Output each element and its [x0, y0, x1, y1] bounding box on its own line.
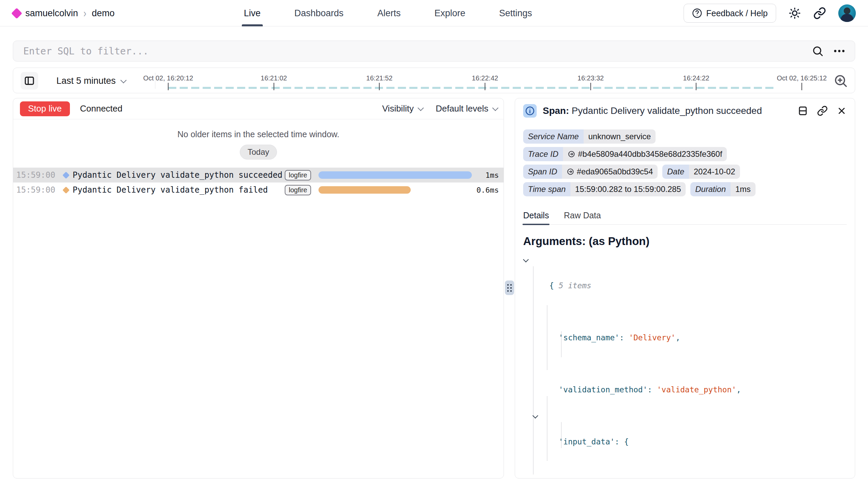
nav-tab-live[interactable]: Live: [244, 0, 261, 26]
dock-panel-button[interactable]: [797, 105, 808, 116]
logfire-logo-icon[interactable]: [11, 8, 22, 19]
link-icon: [568, 150, 575, 158]
breadcrumb-project[interactable]: demo: [92, 8, 115, 19]
chevron-down-icon: [417, 105, 424, 111]
nav-tab-settings[interactable]: Settings: [499, 0, 532, 26]
visibility-dropdown[interactable]: Visibility: [382, 103, 422, 114]
timeline-tick-label: 16:21:02: [261, 74, 287, 82]
timeline-tick-mark: [696, 83, 696, 90]
empty-window-message: No older items in the selected time wind…: [13, 129, 504, 139]
theme-toggle-button[interactable]: [788, 7, 801, 20]
nav-tab-explore[interactable]: Explore: [434, 0, 465, 26]
detail-tab-raw-data[interactable]: Raw Data: [564, 211, 601, 224]
feedback-help-label: Feedback / Help: [706, 8, 768, 18]
search-icon[interactable]: [812, 45, 824, 57]
breadcrumb-org[interactable]: samuelcolvin: [25, 8, 78, 19]
breadcrumb-separator-icon: ›: [83, 7, 87, 20]
span-attribute-row: Trace ID #b4e5809a440dbb3458e68d2335fe36…: [523, 147, 847, 161]
duration-label: 0.6ms: [472, 186, 499, 194]
log-timestamp: 15:59:00: [16, 170, 59, 180]
duration-label: 1ms: [472, 171, 499, 179]
duration-bar-track: [318, 186, 472, 194]
span-attribute-pill: Service Name unknown_service: [523, 129, 656, 144]
nav-tab-label: Alerts: [377, 8, 401, 19]
navbar-right: Feedback / Help: [684, 0, 856, 26]
link-icon: [567, 168, 574, 175]
span-attribute-pill: Trace ID #b4e5809a440dbb3458e68d2335fe36…: [523, 147, 727, 161]
attribute-label: Time span: [523, 182, 570, 196]
share-link-button[interactable]: [813, 7, 826, 20]
span-attribute-row: Span ID #eda9065a0bd39c54 Date 2024-10-0…: [523, 165, 847, 179]
span-attribute-row: Service Name unknown_service: [523, 129, 847, 144]
log-message: Pydantic Delivery validate_python succee…: [73, 170, 282, 180]
nav-tab-alerts[interactable]: Alerts: [377, 0, 401, 26]
detail-tab-details[interactable]: Details: [523, 211, 549, 224]
copy-link-button[interactable]: [817, 105, 828, 116]
time-range-dropdown[interactable]: Last 5 minutes: [50, 68, 132, 94]
span-attribute-row: Time span 15:59:00.282 to 15:59:00.285 D…: [523, 182, 847, 196]
timeline-tick-mark: [801, 83, 802, 90]
feedback-help-button[interactable]: Feedback / Help: [684, 4, 776, 23]
expander-chevron-icon[interactable]: [522, 253, 530, 266]
nav-tab-label: Dashboards: [295, 8, 344, 19]
code-line: 'validation_method': 'validate_python',: [523, 357, 847, 409]
timeline[interactable]: Oct 02, 16:20:12 16:21:02 16:21:52 16:22…: [168, 68, 802, 94]
attribute-value: 15:59:00.282 to 15:59:00.285: [570, 182, 686, 196]
sidebar-toggle-button[interactable]: [21, 72, 38, 90]
chevron-down-icon: [492, 105, 498, 111]
duration-bar: [318, 171, 472, 179]
timeline-tick-label: 16:21:52: [366, 74, 392, 82]
sql-filter-input[interactable]: [13, 41, 812, 61]
nav-tab-dashboards[interactable]: Dashboards: [295, 0, 344, 26]
attribute-label: Trace ID: [523, 147, 563, 161]
nav-tab-label: Explore: [434, 8, 465, 19]
span-attribute-pill: Duration 1ms: [690, 182, 755, 196]
attribute-value: #eda9065a0bd39c54: [562, 165, 658, 179]
log-row[interactable]: 15:59:00 Pydantic Delivery validate_pyth…: [13, 168, 504, 182]
timeline-tick-label: Oct 02, 16:25:12: [777, 74, 827, 82]
level-diamond-icon: [62, 186, 70, 193]
span-detail-pane: Span: Pydantic Delivery validate_python …: [515, 98, 855, 479]
live-pane-header: Stop live Connected Visibility Default l…: [13, 98, 504, 119]
log-row[interactable]: 15:59:00 Pydantic Delivery validate_pyth…: [13, 182, 504, 197]
link-icon: [817, 105, 828, 116]
close-panel-button[interactable]: [837, 106, 847, 116]
attribute-label: Date: [662, 165, 689, 179]
expander-chevron-icon[interactable]: [532, 409, 539, 422]
time-range-label: Last 5 minutes: [56, 76, 116, 86]
chevron-down-icon: [120, 77, 126, 83]
attribute-value: 1ms: [731, 182, 755, 196]
scope-badge: logfire: [285, 170, 311, 180]
timeline-zoom-button[interactable]: [833, 73, 848, 88]
timeline-tick-label: 16:22:42: [472, 74, 498, 82]
span-attribute-pill: Date 2024-10-02: [662, 165, 740, 179]
timeline-tick-label: Oct 02, 16:20:12: [143, 74, 193, 82]
log-rows: 15:59:00 Pydantic Delivery validate_pyth…: [13, 168, 504, 197]
timeline-tick-mark: [168, 83, 169, 90]
more-options-icon[interactable]: [833, 45, 846, 57]
info-icon: [523, 104, 537, 118]
sql-filter-bar: [13, 41, 855, 62]
arguments-heading: Arguments: (as Python): [523, 235, 847, 248]
sun-icon: [788, 7, 801, 20]
attribute-label: Duration: [690, 182, 731, 196]
link-icon: [813, 7, 826, 20]
attribute-value: 2024-10-02: [689, 165, 740, 179]
question-circle-icon: [692, 8, 702, 18]
span-attribute-pill: Span ID #eda9065a0bd39c54: [523, 165, 658, 179]
default-levels-dropdown[interactable]: Default levels: [436, 103, 497, 114]
stop-live-button[interactable]: Stop live: [20, 101, 70, 116]
user-avatar[interactable]: [838, 4, 856, 22]
timeline-tick-mark: [274, 83, 274, 90]
timeline-tick-mark: [379, 83, 380, 90]
top-navbar: samuelcolvin › demo LiveDashboardsAlerts…: [0, 0, 868, 26]
span-attributes: Service Name unknown_service Trace ID #b…: [523, 129, 847, 196]
timeline-dashed-track: [168, 87, 776, 89]
timeline-tick-mark: [590, 83, 591, 90]
nav-tab-label: Live: [244, 8, 261, 19]
panel-bottom-icon: [797, 105, 808, 116]
code-line: { 5 items: [523, 253, 847, 305]
pane-resize-handle[interactable]: [505, 280, 514, 295]
live-pane: Stop live Connected Visibility Default l…: [13, 98, 504, 479]
time-range-bar: Last 5 minutes Oct 02, 16:20:12 16:21:02…: [13, 68, 855, 93]
